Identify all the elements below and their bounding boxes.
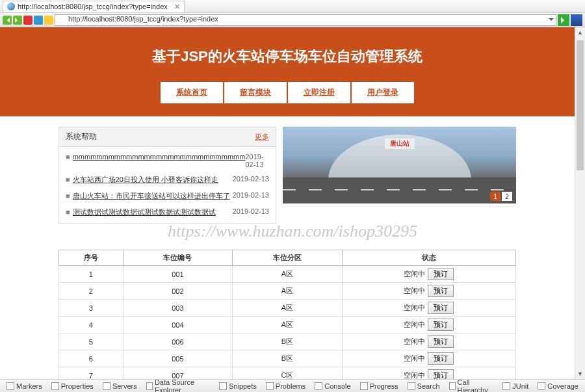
statusbar-tab[interactable]: Console [311, 382, 354, 390]
more-link[interactable]: 更多 [255, 132, 269, 142]
panel-icon [502, 382, 510, 390]
panel-label: Coverage [547, 382, 578, 390]
address-bar[interactable]: http://localhost:8080/jsp_tccg/index?typ… [55, 14, 556, 26]
panel-icon [360, 382, 368, 390]
panel-label: Search [417, 382, 440, 390]
cell-idx: 5 [59, 333, 124, 350]
cell-idx: 4 [59, 317, 124, 333]
book-button[interactable]: 预订 [428, 335, 454, 348]
cell-idx: 2 [59, 283, 124, 300]
cell-code: 003 [123, 300, 233, 317]
panel-label: Problems [276, 382, 306, 390]
road [283, 177, 516, 203]
panel-icon [6, 382, 14, 390]
back-icon[interactable] [3, 16, 12, 25]
cell-idx: 1 [59, 266, 124, 283]
statusbar-tab[interactable]: Markers [3, 382, 46, 390]
cell-idx: 7 [59, 367, 124, 380]
statusbar-tab[interactable]: Snippets [215, 382, 261, 390]
help-item: ■mmmmmmmmmmmmmmmmmmmmmmmmmmmmm2019-02-13 [66, 150, 269, 172]
statusbar-tab[interactable]: Servers [99, 382, 141, 390]
bullet-icon: ■ [66, 208, 70, 216]
cell-zone: A区 [233, 300, 343, 317]
help-panel: 系统帮助 更多 ■mmmmmmmmmmmmmmmmmmmmmmmmmmmmm20… [58, 127, 276, 224]
carousel-pager: 12 [490, 192, 512, 201]
scroll-down-icon[interactable]: ▼ [575, 369, 585, 379]
cell-status: 空闲中预订 [342, 266, 515, 283]
panel-icon [408, 382, 415, 390]
pager-dot[interactable]: 1 [490, 192, 500, 201]
table-header: 状态 [342, 250, 515, 266]
scroll-thumb[interactable] [577, 40, 584, 170]
help-link[interactable]: 唐山火车站：市民开车接送站可以这样进出停车了 [73, 192, 230, 200]
station-name: 唐山站 [385, 138, 415, 149]
statusbar-tab[interactable]: Search [404, 382, 444, 390]
help-link[interactable]: mmmmmmmmmmmmmmmmmmmmmmmmmmmmm [73, 153, 246, 161]
help-link[interactable]: 测试数据试测试数据试测试数据试测试数据试 [73, 208, 216, 216]
book-button[interactable]: 预订 [428, 319, 454, 331]
statusbar-tab[interactable]: Coverage [534, 382, 582, 390]
book-button[interactable]: 预订 [428, 369, 454, 379]
cell-zone: A区 [233, 266, 343, 283]
panel-icon [146, 382, 153, 390]
nav-link-0[interactable]: 系统首页 [161, 82, 223, 103]
go-button[interactable] [558, 14, 569, 26]
banner: 基于JSP的火车站停车场车位自动管理系统 系统首页留言模块立即注册用户登录 [0, 27, 575, 116]
statusbar-tab[interactable]: Problems [262, 382, 309, 390]
scroll-up-icon[interactable]: ▲ [575, 27, 585, 38]
reload-icon[interactable] [34, 16, 43, 25]
cell-code: 001 [123, 266, 233, 283]
help-link[interactable]: 火车站西广场20日投入使用 小驿客诉你这样走 [73, 176, 218, 183]
statusbar-tab[interactable]: JUnit [499, 382, 532, 390]
globe-icon [7, 3, 15, 10]
bullet-icon: ■ [66, 153, 70, 161]
statusbar-tab[interactable]: Progress [356, 382, 402, 390]
panel-icon [103, 382, 110, 390]
book-button[interactable]: 预订 [428, 352, 454, 365]
help-date: 2019-02-13 [233, 207, 269, 217]
book-button[interactable]: 预订 [428, 285, 454, 297]
nav-link-2[interactable]: 立即注册 [288, 82, 350, 103]
statusbar-tab[interactable]: Data Source Explorer [142, 378, 214, 393]
book-button[interactable]: 预订 [428, 302, 454, 314]
tab-title: http://localhost:8080/jsp_tccg/index?typ… [18, 3, 168, 10]
table-row: 6005B区空闲中预订 [59, 350, 516, 367]
panel-icon [266, 382, 274, 390]
settings-icon[interactable] [571, 14, 582, 26]
main-nav: 系统首页留言模块立即注册用户登录 [0, 82, 575, 103]
panel-label: Snippets [229, 382, 257, 390]
cell-status: 空闲中预订 [342, 367, 515, 380]
cell-status: 空闲中预订 [342, 300, 515, 317]
panel-label: Console [324, 382, 350, 390]
help-item: ■唐山火车站：市民开车接送站可以这样进出停车了2019-02-13 [66, 188, 269, 204]
browser-toolbar: http://localhost:8080/jsp_tccg/index?typ… [0, 13, 585, 27]
cell-code: 007 [123, 367, 233, 380]
cell-code: 002 [123, 283, 233, 300]
browser-tab[interactable]: http://localhost:8080/jsp_tccg/index?typ… [3, 1, 185, 12]
cell-status: 空闲中预订 [342, 350, 515, 367]
forward-icon[interactable] [13, 16, 22, 25]
table-row: 2002A区空闲中预订 [59, 283, 516, 300]
chevron-down-icon[interactable] [549, 18, 554, 23]
help-date: 2019-02-13 [233, 175, 269, 185]
panel-label: Progress [370, 382, 398, 390]
viewport: 基于JSP的火车站停车场车位自动管理系统 系统首页留言模块立即注册用户登录 系统… [0, 27, 585, 379]
panel-icon [538, 382, 545, 390]
panel-label: Servers [112, 382, 137, 390]
close-icon[interactable]: ✕ [174, 3, 180, 11]
book-button[interactable]: 预订 [428, 268, 454, 280]
panel-icon [51, 382, 59, 390]
pager-dot[interactable]: 2 [502, 192, 512, 201]
carousel[interactable]: 唐山站 12 [283, 127, 516, 203]
cell-zone: A区 [233, 283, 343, 300]
nav-link-3[interactable]: 用户登录 [352, 82, 414, 103]
table-row: 3003A区空闲中预订 [59, 300, 516, 317]
statusbar-tab[interactable]: Properties [47, 382, 98, 390]
nav-link-1[interactable]: 留言模块 [224, 82, 287, 103]
panel-label: Call Hierarchy [458, 378, 494, 393]
stop-icon[interactable] [23, 16, 32, 25]
home-icon[interactable] [44, 16, 53, 25]
statusbar-tab[interactable]: Call Hierarchy [445, 378, 498, 393]
table-header: 车位分区 [233, 250, 343, 266]
vertical-scrollbar[interactable]: ▲ ▼ [575, 27, 585, 379]
